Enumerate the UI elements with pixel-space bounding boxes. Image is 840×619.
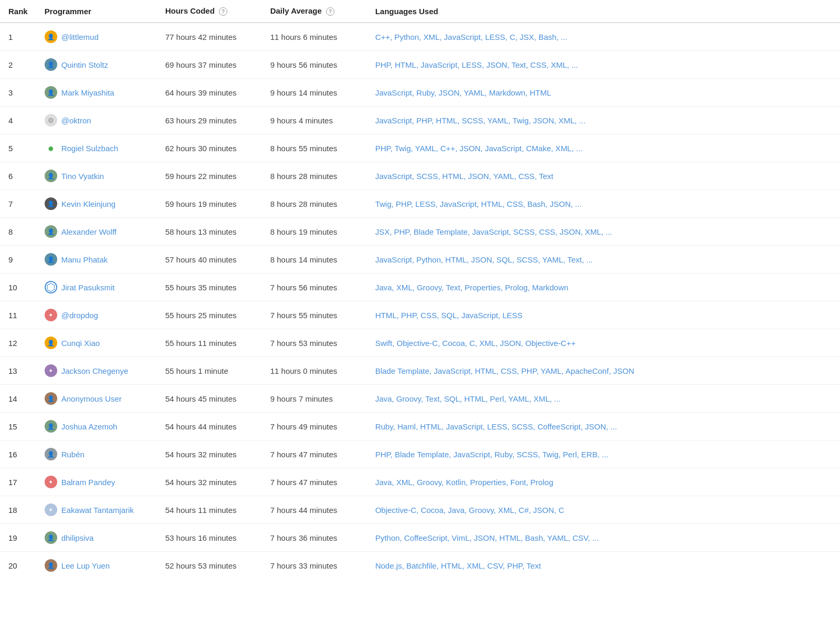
- programmer-cell[interactable]: 👤 @littlemud: [36, 23, 157, 51]
- programmer-cell[interactable]: 👤 Rubén: [36, 440, 157, 468]
- programmer-cell[interactable]: 👤 Mark Miyashita: [36, 79, 157, 107]
- programmer-link[interactable]: 👤 Quintin Stoltz: [45, 58, 149, 71]
- daily-average-help-icon[interactable]: ?: [326, 7, 334, 16]
- programmer-name: Tino Vyatkin: [61, 172, 104, 181]
- avg-cell: 7 hours 53 minutes: [262, 329, 367, 357]
- programmer-cell[interactable]: ✦ Jackson Chegenye: [36, 357, 157, 385]
- langs-cell: Java, XML, Groovy, Text, Properties, Pro…: [367, 274, 840, 301]
- table-row: 20 👤 Lee Lup Yuen 52 hours 53 minutes 7 …: [0, 552, 840, 580]
- programmer-link[interactable]: 👤 Manu Phatak: [45, 253, 149, 266]
- programmer-cell[interactable]: 👤 Alexander Wolff: [36, 218, 157, 246]
- programmer-link[interactable]: ● Rogiel Sulzbach: [45, 142, 149, 154]
- programmer-cell[interactable]: 👤 Anonymous User: [36, 385, 157, 413]
- programmer-cell[interactable]: 👤 Kevin Kleinjung: [36, 190, 157, 218]
- hours-cell: 54 hours 45 minutes: [157, 385, 262, 413]
- langs-cell: PHP, HTML, JavaScript, LESS, JSON, Text,…: [367, 51, 840, 79]
- rank-cell: 15: [0, 413, 36, 440]
- programmer-link[interactable]: 👤 Tino Vyatkin: [45, 170, 149, 182]
- programmer-cell[interactable]: ✦ Eakawat Tantamjarik: [36, 496, 157, 524]
- table-row: 17 ✦ Balram Pandey 54 hours 32 minutes 7…: [0, 468, 840, 496]
- rank-cell: 17: [0, 468, 36, 496]
- languages-used-header: Languages Used: [367, 0, 840, 23]
- hours-cell: 58 hours 13 minutes: [157, 218, 262, 246]
- avatar: 👤: [45, 337, 57, 349]
- langs-cell: JavaScript, SCSS, HTML, JSON, YAML, CSS,…: [367, 162, 840, 190]
- avatar: 👤: [45, 58, 57, 71]
- avatar: 👤: [45, 86, 57, 99]
- programmer-cell[interactable]: 👤 Lee Lup Yuen: [36, 552, 157, 580]
- programmer-cell[interactable]: ⬡ Jirat Pasuksmit: [36, 274, 157, 301]
- programmer-cell[interactable]: ● Rogiel Sulzbach: [36, 134, 157, 162]
- hours-cell: 59 hours 22 minutes: [157, 162, 262, 190]
- programmer-link[interactable]: 👤 Joshua Azemoh: [45, 420, 149, 433]
- langs-cell: JavaScript, Ruby, JSON, YAML, Markdown, …: [367, 79, 840, 107]
- table-row: 12 👤 Cunqi Xiao 55 hours 11 minutes 7 ho…: [0, 329, 840, 357]
- avg-cell: 7 hours 56 minutes: [262, 274, 367, 301]
- programmer-link[interactable]: ✦ Eakawat Tantamjarik: [45, 503, 149, 516]
- programmer-cell[interactable]: 👤 Manu Phatak: [36, 246, 157, 274]
- programmer-link[interactable]: 👤 Cunqi Xiao: [45, 337, 149, 349]
- avatar: 👤: [45, 531, 57, 544]
- hours-cell: 63 hours 29 minutes: [157, 107, 262, 134]
- programmer-link[interactable]: 👤 Kevin Kleinjung: [45, 197, 149, 210]
- programmer-cell[interactable]: ⚙ @oktron: [36, 107, 157, 134]
- programmer-cell[interactable]: 👤 Tino Vyatkin: [36, 162, 157, 190]
- rank-cell: 3: [0, 79, 36, 107]
- rank-header: Rank: [0, 0, 36, 23]
- langs-cell: Twig, PHP, LESS, JavaScript, HTML, CSS, …: [367, 190, 840, 218]
- hours-cell: 64 hours 39 minutes: [157, 79, 262, 107]
- programmer-name: Kevin Kleinjung: [61, 200, 116, 208]
- programmer-cell[interactable]: 👤 dhilipsiva: [36, 524, 157, 552]
- hours-coded-help-icon[interactable]: ?: [219, 7, 227, 16]
- programmer-name: Balram Pandey: [61, 478, 116, 487]
- programmer-link[interactable]: 👤 Alexander Wolff: [45, 225, 149, 238]
- programmer-cell[interactable]: 👤 Cunqi Xiao: [36, 329, 157, 357]
- programmer-link[interactable]: ⚙ @oktron: [45, 114, 149, 127]
- hours-cell: 53 hours 16 minutes: [157, 524, 262, 552]
- table-row: 4 ⚙ @oktron 63 hours 29 minutes 9 hours …: [0, 107, 840, 134]
- programmer-link[interactable]: ✦ Balram Pandey: [45, 476, 149, 488]
- programmer-link[interactable]: 👤 Anonymous User: [45, 392, 149, 405]
- table-header-row: Rank Programmer Hours Coded ? Daily Aver…: [0, 0, 840, 23]
- programmer-name: Quintin Stoltz: [61, 60, 108, 69]
- table-row: 10 ⬡ Jirat Pasuksmit 55 hours 35 minutes…: [0, 274, 840, 301]
- hours-coded-header: Hours Coded ?: [157, 0, 262, 23]
- avatar: ●: [45, 142, 57, 154]
- avg-cell: 9 hours 7 minutes: [262, 385, 367, 413]
- programmer-cell[interactable]: 👤 Joshua Azemoh: [36, 413, 157, 440]
- hours-cell: 52 hours 53 minutes: [157, 552, 262, 580]
- programmer-link[interactable]: ⬡ Jirat Pasuksmit: [45, 281, 149, 293]
- programmer-cell[interactable]: 👤 Quintin Stoltz: [36, 51, 157, 79]
- hours-cell: 59 hours 19 minutes: [157, 190, 262, 218]
- programmer-link[interactable]: 👤 Lee Lup Yuen: [45, 559, 149, 572]
- hours-cell: 62 hours 30 minutes: [157, 134, 262, 162]
- langs-cell: JavaScript, PHP, HTML, SCSS, YAML, Twig,…: [367, 107, 840, 134]
- rank-cell: 2: [0, 51, 36, 79]
- avg-cell: 7 hours 47 minutes: [262, 440, 367, 468]
- programmer-link[interactable]: ✦ Jackson Chegenye: [45, 364, 149, 377]
- hours-cell: 54 hours 44 minutes: [157, 413, 262, 440]
- programmer-name: @dropdog: [61, 311, 98, 320]
- avatar: 👤: [45, 225, 57, 238]
- table-row: 6 👤 Tino Vyatkin 59 hours 22 minutes 8 h…: [0, 162, 840, 190]
- table-row: 7 👤 Kevin Kleinjung 59 hours 19 minutes …: [0, 190, 840, 218]
- table-row: 8 👤 Alexander Wolff 58 hours 13 minutes …: [0, 218, 840, 246]
- programmer-name: Jirat Pasuksmit: [61, 283, 115, 292]
- programmer-link[interactable]: ✦ @dropdog: [45, 309, 149, 321]
- table-row: 15 👤 Joshua Azemoh 54 hours 44 minutes 7…: [0, 413, 840, 440]
- programmer-cell[interactable]: ✦ Balram Pandey: [36, 468, 157, 496]
- avg-cell: 11 hours 0 minutes: [262, 357, 367, 385]
- programmer-link[interactable]: 👤 @littlemud: [45, 30, 149, 43]
- programmer-name: Lee Lup Yuen: [61, 561, 110, 570]
- langs-cell: PHP, Twig, YAML, C++, JSON, JavaScript, …: [367, 134, 840, 162]
- programmer-cell[interactable]: ✦ @dropdog: [36, 301, 157, 329]
- programmer-link[interactable]: 👤 Mark Miyashita: [45, 86, 149, 99]
- rank-cell: 6: [0, 162, 36, 190]
- programmer-link[interactable]: 👤 dhilipsiva: [45, 531, 149, 544]
- programmer-link[interactable]: 👤 Rubén: [45, 448, 149, 460]
- hours-cell: 55 hours 25 minutes: [157, 301, 262, 329]
- hours-cell: 77 hours 42 minutes: [157, 23, 262, 51]
- table-row: 5 ● Rogiel Sulzbach 62 hours 30 minutes …: [0, 134, 840, 162]
- programmer-name: Cunqi Xiao: [61, 339, 100, 348]
- table-row: 3 👤 Mark Miyashita 64 hours 39 minutes 9…: [0, 79, 840, 107]
